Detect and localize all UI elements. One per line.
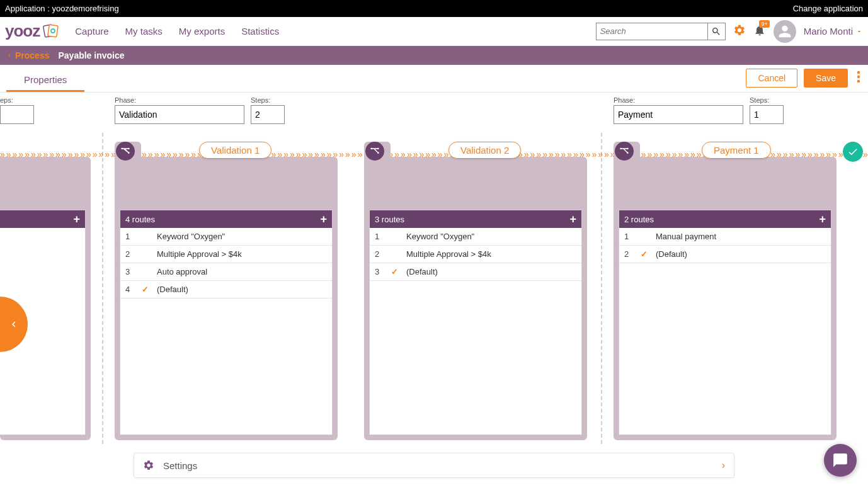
logo[interactable]: yooz [5, 21, 72, 41]
branch-node[interactable] [615, 142, 634, 161]
route-index: 1 [125, 232, 133, 241]
svg-point-9 [620, 148, 622, 150]
person-icon [776, 23, 794, 40]
route-index: 2 [624, 249, 632, 259]
step-pill-validation-1[interactable]: Validation 1 [199, 142, 271, 159]
settings-gear-icon[interactable] [733, 24, 746, 38]
save-button[interactable]: Save [804, 69, 848, 88]
phase2-field-label: Phase: [614, 96, 743, 104]
step-panel-validation-2: 3 routes + 1Keyword "Oxygen"2Multiple Ap… [364, 157, 587, 440]
phase1-name-input[interactable] [115, 105, 244, 124]
svg-point-10 [627, 148, 629, 150]
logo-cards-icon [42, 23, 61, 40]
nav-my-exports[interactable]: My exports [179, 26, 225, 37]
svg-rect-1 [48, 25, 58, 37]
routes-header: 4 routes + [120, 210, 332, 228]
routes-header: 2 routes + [619, 210, 831, 228]
chevron-left-icon [6, 51, 13, 60]
phase2-name-input[interactable] [614, 105, 743, 124]
route-index: 4 [125, 285, 133, 294]
logo-text: yooz [5, 21, 40, 41]
change-application-link[interactable]: Change application [793, 4, 863, 13]
route-row[interactable]: 2Multiple Approval > $4k [370, 246, 581, 263]
end-node[interactable] [843, 142, 863, 162]
back-button[interactable]: Process [6, 50, 49, 60]
route-row[interactable]: 1Manual payment [619, 228, 831, 246]
route-index: 1 [375, 232, 382, 241]
phase2-steps-input[interactable] [750, 105, 784, 124]
routes-count-label: 3 routes [375, 215, 404, 224]
route-default-check: ✓ [389, 267, 400, 276]
phase-separator [601, 133, 602, 444]
branch-node[interactable] [365, 142, 384, 161]
settings-label: Settings [163, 460, 722, 471]
step-panel-validation-1: 4 routes + 1Keyword "Oxygen"2Multiple Ap… [115, 157, 338, 440]
route-row[interactable]: 3Auto approval [120, 263, 332, 281]
main-nav: Capture My tasks My exports Statistics [75, 26, 279, 37]
search-icon [711, 26, 721, 37]
add-route-button[interactable]: + [320, 213, 327, 226]
prev-steps-input[interactable] [0, 105, 34, 124]
route-row[interactable]: 1Keyword "Oxygen" [370, 228, 581, 246]
fork-icon [619, 146, 629, 156]
current-page-label: Payable invoice [58, 50, 124, 60]
fork-icon [370, 146, 380, 156]
route-row[interactable]: 1Keyword "Oxygen" [120, 228, 332, 246]
route-row[interactable]: 4✓(Default) [120, 281, 332, 298]
routes-header: 3 routes + [370, 210, 581, 228]
route-index: 3 [375, 267, 382, 276]
chevron-down-icon [855, 28, 863, 35]
add-route-button[interactable]: + [819, 213, 826, 226]
nav-my-tasks[interactable]: My tasks [125, 26, 163, 37]
step-pill-validation-2[interactable]: Validation 2 [448, 142, 521, 159]
user-menu[interactable]: Mario Monti [804, 26, 863, 37]
branch-node[interactable] [116, 142, 135, 161]
add-route-button[interactable]: + [569, 213, 576, 226]
kebab-icon [857, 71, 860, 83]
route-row[interactable]: 3✓(Default) [370, 263, 581, 281]
phase2-steps-field-label: Steps: [750, 96, 784, 104]
step-pill-payment-1[interactable]: Payment 1 [702, 142, 771, 159]
phase1-steps-input[interactable] [251, 105, 285, 124]
phase1-steps-field-label: Steps: [251, 96, 285, 104]
route-row[interactable]: 2✓(Default) [619, 246, 831, 263]
svg-point-7 [377, 148, 379, 150]
chat-button[interactable] [824, 444, 857, 477]
routes-count-label: 4 routes [125, 215, 155, 224]
workflow-canvas: eps: Phase: Steps: Phase: Steps: »»»»»»»… [0, 93, 868, 444]
search-button[interactable] [707, 23, 725, 40]
svg-point-3 [857, 71, 860, 73]
route-label: Keyword "Oxygen" [406, 232, 576, 241]
notifications-button[interactable]: 9+ [753, 24, 766, 38]
tab-properties[interactable]: Properties [6, 68, 84, 92]
add-route-prev[interactable]: + [73, 213, 80, 226]
app-label: Application : yoozdemorefrising [5, 4, 119, 13]
svg-point-6 [370, 148, 372, 150]
route-default-check: ✓ [139, 285, 151, 294]
phase-separator [102, 133, 103, 444]
nav-capture[interactable]: Capture [75, 26, 108, 37]
step-panel-payment-1: 2 routes + 1Manual payment2✓(Default) [614, 157, 837, 440]
gear-icon [143, 460, 154, 471]
svg-point-11 [627, 152, 629, 154]
route-index: 1 [624, 232, 632, 241]
route-label: (Default) [656, 249, 826, 259]
route-label: Multiple Approval > $4k [157, 249, 327, 259]
settings-bar[interactable]: Settings › [134, 453, 734, 478]
search-input[interactable] [597, 23, 707, 40]
route-row[interactable]: 2Multiple Approval > $4k [120, 246, 332, 263]
topbar: Application : yoozdemorefrising Change a… [0, 0, 868, 17]
svg-point-8 [377, 152, 379, 154]
route-label: Keyword "Oxygen" [157, 232, 327, 241]
nav-statistics[interactable]: Statistics [241, 26, 279, 37]
phase1-field-label: Phase: [115, 96, 244, 104]
svg-point-4 [857, 75, 860, 77]
route-index: 3 [125, 267, 133, 276]
routes-count-label: 2 routes [624, 215, 654, 224]
cancel-button[interactable]: Cancel [746, 69, 797, 88]
avatar[interactable] [774, 20, 796, 43]
route-label: Auto approval [157, 267, 327, 276]
more-menu-button[interactable] [854, 71, 863, 86]
route-label: Multiple Approval > $4k [406, 249, 576, 259]
notif-badge: 9+ [759, 20, 769, 28]
